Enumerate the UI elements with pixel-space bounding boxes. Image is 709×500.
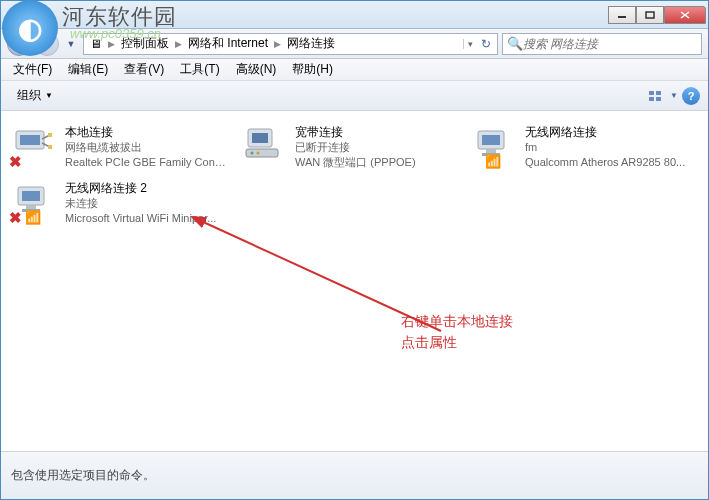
- connection-icon-wrap: 📶: [471, 123, 519, 171]
- close-button[interactable]: [664, 6, 706, 24]
- connection-text: 无线网络连接 2 未连接 Microsoft Virtual WiFi Mini…: [65, 179, 227, 227]
- connection-name: 无线网络连接 2: [65, 180, 227, 196]
- svg-rect-22: [22, 191, 40, 201]
- toolbar: 组织 ▼ ▼ ?: [1, 81, 708, 111]
- content-area: ✖ 本地连接 网络电缆被拔出 Realtek PCIe GBE Family C…: [1, 111, 708, 451]
- breadcrumb-seg2[interactable]: 网络和 Internet: [184, 35, 272, 52]
- annotation-line2: 点击属性: [401, 332, 513, 353]
- connection-device: Realtek PCIe GBE Family Contr...: [65, 155, 227, 170]
- svg-point-15: [251, 152, 254, 155]
- logo-icon: ◐: [2, 0, 58, 56]
- signal-icon: 📶: [25, 210, 41, 225]
- connections-grid: ✖ 本地连接 网络电缆被拔出 Realtek PCIe GBE Family C…: [9, 121, 700, 229]
- connection-name: 宽带连接: [295, 124, 457, 140]
- minimize-icon: [617, 11, 627, 19]
- connection-item[interactable]: 📶 无线网络连接 fm Qualcomm Atheros AR9285 80..…: [469, 121, 689, 173]
- connection-status: 网络电缆被拔出: [65, 140, 227, 155]
- search-icon: 🔍: [507, 36, 523, 51]
- error-x-icon: ✖: [9, 153, 22, 171]
- minimize-button[interactable]: [608, 6, 636, 24]
- svg-rect-6: [649, 97, 654, 101]
- modem-icon: [241, 123, 285, 163]
- close-icon: [680, 11, 690, 19]
- watermark-url: www.pc0359.cn: [70, 26, 161, 41]
- svg-rect-10: [48, 133, 52, 137]
- menu-view[interactable]: 查看(V): [118, 59, 170, 80]
- menu-file[interactable]: 文件(F): [7, 59, 58, 80]
- connection-status: 已断开连接: [295, 140, 457, 155]
- svg-rect-7: [656, 97, 661, 101]
- tiles-icon: [648, 90, 662, 102]
- svg-rect-11: [48, 145, 52, 149]
- view-mode-button[interactable]: [644, 86, 666, 106]
- statusbar: 包含使用选定项目的命令。: [1, 451, 708, 499]
- connection-icon-wrap: ✖: [11, 123, 59, 171]
- chevron-icon: ▶: [173, 39, 184, 49]
- connection-icon-wrap: ✖ 📶: [11, 179, 59, 227]
- menu-help[interactable]: 帮助(H): [286, 59, 339, 80]
- connection-text: 本地连接 网络电缆被拔出 Realtek PCIe GBE Family Con…: [65, 123, 227, 171]
- searchbox[interactable]: 🔍: [502, 33, 702, 55]
- connection-text: 宽带连接 已断开连接 WAN 微型端口 (PPPOE): [295, 123, 457, 171]
- view-dropdown[interactable]: ▼: [668, 86, 680, 106]
- maximize-button[interactable]: [636, 6, 664, 24]
- connection-status: fm: [525, 140, 687, 155]
- menu-tools[interactable]: 工具(T): [174, 59, 225, 80]
- menubar: 文件(F) 编辑(E) 查看(V) 工具(T) 高级(N) 帮助(H): [1, 59, 708, 81]
- svg-rect-19: [486, 149, 496, 153]
- window: ◐ 河东软件园 www.pc0359.cn ▼ 🖥 ▶ 控制面板: [0, 0, 709, 500]
- svg-rect-1: [646, 12, 654, 18]
- connection-device: Microsoft Virtual WiFi Minipor...: [65, 211, 227, 226]
- statusbar-text: 包含使用选定项目的命令。: [11, 467, 155, 484]
- connection-item[interactable]: ✖ 📶 无线网络连接 2 未连接 Microsoft Virtual WiFi …: [9, 177, 229, 229]
- svg-rect-23: [26, 205, 36, 209]
- svg-rect-18: [482, 135, 500, 145]
- connection-device: Qualcomm Atheros AR9285 80...: [525, 155, 687, 170]
- error-x-icon: ✖: [9, 209, 22, 227]
- chevron-icon: ▶: [272, 39, 283, 49]
- connection-icon-wrap: [241, 123, 289, 171]
- view-controls: ▼ ?: [644, 86, 700, 106]
- maximize-icon: [645, 11, 655, 19]
- signal-icon: 📶: [485, 154, 501, 169]
- svg-rect-4: [649, 91, 654, 95]
- refresh-button[interactable]: ↻: [477, 37, 495, 51]
- menu-edit[interactable]: 编辑(E): [62, 59, 114, 80]
- address-dropdown[interactable]: ▾: [463, 39, 477, 49]
- organize-label: 组织: [17, 87, 41, 104]
- search-input[interactable]: [523, 37, 697, 51]
- connection-device: WAN 微型端口 (PPPOE): [295, 155, 457, 170]
- svg-point-16: [257, 152, 260, 155]
- svg-rect-13: [252, 133, 268, 143]
- organize-button[interactable]: 组织 ▼: [9, 84, 61, 107]
- connection-text: 无线网络连接 fm Qualcomm Atheros AR9285 80...: [525, 123, 687, 171]
- annotation-line1: 右键单击本地连接: [401, 311, 513, 332]
- connection-item[interactable]: ✖ 本地连接 网络电缆被拔出 Realtek PCIe GBE Family C…: [9, 121, 229, 173]
- help-button[interactable]: ?: [682, 87, 700, 105]
- breadcrumb-seg3[interactable]: 网络连接: [283, 35, 339, 52]
- watermark-logo: ◐: [2, 0, 62, 56]
- window-controls: [608, 6, 706, 24]
- connection-item[interactable]: 宽带连接 已断开连接 WAN 微型端口 (PPPOE): [239, 121, 459, 173]
- connection-status: 未连接: [65, 196, 227, 211]
- chevron-down-icon: ▼: [45, 91, 53, 100]
- connection-name: 无线网络连接: [525, 124, 687, 140]
- menu-advanced[interactable]: 高级(N): [230, 59, 283, 80]
- annotation-text: 右键单击本地连接 点击属性: [401, 311, 513, 353]
- connection-name: 本地连接: [65, 124, 227, 140]
- svg-rect-5: [656, 91, 661, 95]
- svg-rect-9: [20, 135, 40, 145]
